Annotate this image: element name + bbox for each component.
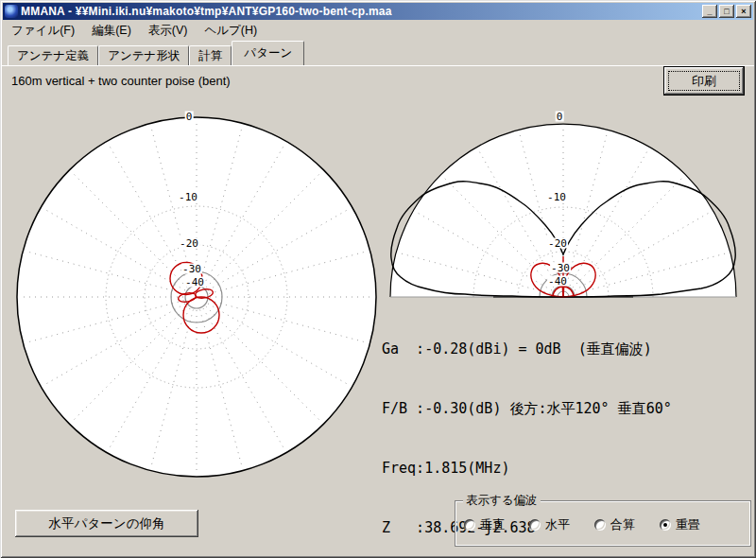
el-ring-label-10: -10 <box>546 192 567 202</box>
maximize-button[interactable]: □ <box>719 5 734 18</box>
minimize-button[interactable]: _ <box>702 5 717 18</box>
menu-bar: ファイル(F) 編集(E) 表示(V) ヘルプ(H) <box>3 21 753 40</box>
el-ring-label-20: -20 <box>547 238 568 249</box>
menu-file[interactable]: ファイル(F) <box>3 21 83 41</box>
pattern-tab-page: 160m vertical + two counter poise (bent)… <box>2 65 754 556</box>
tab-pattern[interactable]: パターン <box>232 41 304 65</box>
antenna-description: 160m vertical + two counter poise (bent) <box>11 74 231 88</box>
el-ring-label-40: -40 <box>547 276 568 287</box>
az-ring-label-30: -30 <box>181 264 202 274</box>
menu-help[interactable]: ヘルプ(H) <box>196 21 266 41</box>
horizontal-pattern-elevation-label: 水平パターンの仰角 <box>49 515 165 532</box>
radio-label-horizontal: 水平 <box>545 516 570 533</box>
azimuth-pattern-chart <box>7 105 389 488</box>
stat-fb-ratio: F/B :-0.30(dB) 後方:水平120° 垂直60° <box>382 399 672 419</box>
radio-circle-vertical[interactable] <box>464 519 475 531</box>
polarization-group-label: 表示する偏波 <box>463 493 541 509</box>
print-button[interactable]: 印刷 <box>663 66 745 96</box>
menu-view[interactable]: 表示(V) <box>140 21 197 41</box>
window-title: MMANA - ¥¥Mini.iki.nu¥makoto¥tmp¥ANT¥GP1… <box>21 5 392 18</box>
radio-circle-overlay[interactable] <box>660 519 671 531</box>
radio-option-vertical[interactable]: 垂直 <box>464 516 505 533</box>
radio-circle-combined[interactable] <box>594 519 606 531</box>
az-ring-label-0: 0 <box>185 112 194 122</box>
title-bar[interactable]: MMANA - ¥¥Mini.iki.nu¥makoto¥tmp¥ANT¥GP1… <box>3 3 753 20</box>
tab-antenna-definition[interactable]: アンテナ定義 <box>8 45 98 65</box>
mmana-window: MMANA - ¥¥Mini.iki.nu¥makoto¥tmp¥ANT¥GP1… <box>0 0 756 558</box>
el-ring-label-30: -30 <box>550 263 571 273</box>
radio-label-overlay: 重畳 <box>676 516 700 533</box>
menu-edit[interactable]: 編集(E) <box>83 21 140 41</box>
close-button[interactable]: × <box>736 5 751 18</box>
radio-label-combined: 合算 <box>610 516 635 533</box>
el-ring-label-0: 0 <box>556 112 564 122</box>
az-ring-label-10: -10 <box>178 192 198 202</box>
horizontal-pattern-elevation-button[interactable]: 水平パターンの仰角 <box>15 510 198 537</box>
polarization-groupbox: 表示する偏波 垂直 水平 合算 重畳 <box>455 500 751 547</box>
radio-option-combined[interactable]: 合算 <box>594 516 635 533</box>
tab-antenna-shape[interactable]: アンテナ形状 <box>98 45 189 65</box>
print-button-label: 印刷 <box>692 73 716 90</box>
tab-strip: アンテナ定義 アンテナ形状 計算 パターン <box>2 42 754 65</box>
az-ring-label-40: -40 <box>184 277 205 288</box>
radio-circle-horizontal[interactable] <box>529 519 541 531</box>
radio-label-vertical: 垂直 <box>480 516 505 533</box>
radio-option-overlay[interactable]: 重畳 <box>660 516 700 533</box>
app-icon <box>5 5 18 18</box>
stat-gain: Ga :-0.28(dBi) = 0dB (垂直偏波) <box>382 340 672 359</box>
tab-calculate[interactable]: 計算 <box>189 45 232 65</box>
radio-option-horizontal[interactable]: 水平 <box>529 516 570 533</box>
stat-frequency: Freq:1.815(MHz) <box>382 459 672 479</box>
az-ring-label-20: -20 <box>179 238 199 249</box>
